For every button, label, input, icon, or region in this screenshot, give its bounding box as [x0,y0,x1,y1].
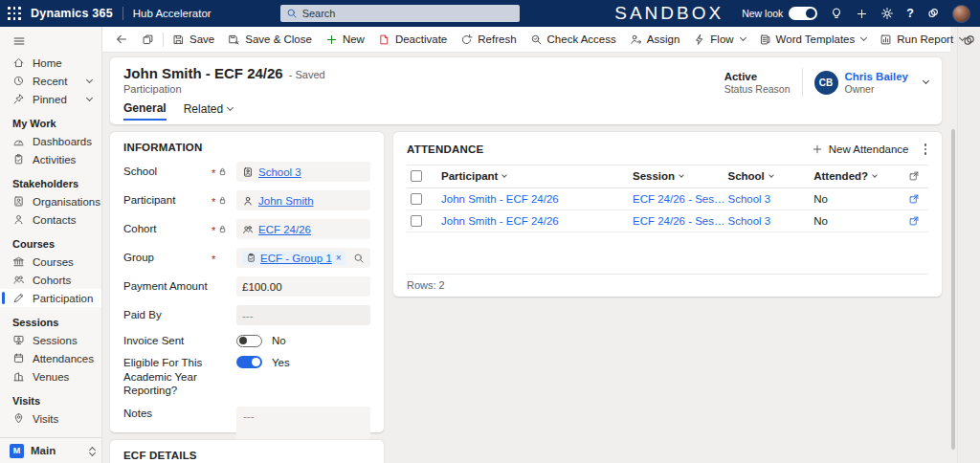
table-row[interactable]: John Smith - ECF 24/26 ECF 24/26 - Sessi… [407,210,928,232]
tab-related[interactable]: Related [184,101,233,121]
row-checkbox[interactable] [411,193,422,205]
flow-button[interactable]: Flow [686,30,751,50]
school-cell-link[interactable]: School 3 [727,193,813,205]
school-lookup-field[interactable]: School 3 [236,162,370,182]
sidebar-item-participation[interactable]: Participation [0,289,101,307]
more-commands-icon[interactable] [923,142,929,157]
word-templates-button[interactable]: Word Templates [752,30,874,50]
status-label: Status Reason [724,83,791,95]
participant-cell-link[interactable]: John Smith - ECF 24/26 [441,215,633,227]
paid-by-field[interactable]: --- [236,305,370,325]
sidebar-item-organisations[interactable]: Organisations [0,192,101,210]
group-tag[interactable]: ECF - Group 1 × [242,252,345,265]
session-cell-link[interactable]: ECF 24/26 - Session 1 [633,193,728,205]
tab-general[interactable]: General [123,101,167,121]
sidebar-item-courses[interactable]: Courses [0,253,101,271]
remove-tag-icon[interactable]: × [336,253,342,263]
sidebar-item-contacts[interactable]: Contacts [0,210,101,229]
copilot-icon[interactable] [926,7,940,20]
assign-button[interactable]: Assign [623,30,687,50]
chevron-down-icon [227,104,234,111]
app-title[interactable]: Dynamics 365 [31,7,113,20]
attendance-section: ATTENDANCE New Attendance [393,132,942,297]
user-avatar[interactable] [952,5,970,23]
lightbulb-icon[interactable] [830,7,843,20]
school-record-icon [242,166,254,178]
required-asterisk: * [212,254,215,265]
column-header-session[interactable]: Session [633,170,728,182]
lookup-search-icon[interactable] [353,253,365,264]
invoice-sent-toggle[interactable] [236,335,262,347]
column-header-participant[interactable]: Participant [441,170,633,182]
sidebar-item-pinned[interactable]: Pinned [0,90,101,108]
sort-chevron-icon [872,172,878,178]
cohort-lookup-field[interactable]: ECF 24/26 [236,219,370,239]
group-link[interactable]: ECF - Group 1 [260,253,332,264]
eligible-toggle[interactable] [236,356,262,368]
header-expand-chevron-icon[interactable] [923,77,929,84]
save-button[interactable]: Save [166,30,221,50]
settings-gear-icon[interactable] [880,7,894,20]
help-icon[interactable]: ? [906,7,914,20]
sidebar-item-activities[interactable]: Activities [0,150,101,168]
cohort-record-icon [242,224,254,235]
sidebar-item-visits[interactable]: Visits [0,409,101,428]
information-section: INFORMATION School * School 3 Participan… [110,132,384,432]
group-record-icon [246,253,256,263]
header-divider [802,68,803,97]
app-launcher-waffle-icon[interactable] [8,7,21,20]
sidebar-item-cohorts[interactable]: Cohorts [0,271,101,289]
chevron-down-icon [740,34,746,41]
owner-label: Owner [845,83,908,95]
new-button[interactable]: New [319,30,371,50]
school-cell-link[interactable]: School 3 [727,215,813,227]
scrollbar-thumb[interactable] [951,129,955,450]
owner-name-link[interactable]: Chris Bailey [845,71,908,82]
chevron-down-icon [86,76,93,82]
sidebar-item-sessions[interactable]: Sessions [0,331,101,349]
sidebar-group-my-work: My Work [12,118,101,129]
back-arrow-icon [115,33,128,46]
open-record-icon[interactable] [908,215,920,227]
participant-cell-link[interactable]: John Smith - ECF 24/26 [441,193,633,205]
global-search[interactable] [280,5,520,22]
check-access-button[interactable]: Check Access [523,30,623,50]
participant-lookup-field[interactable]: John Smith [236,190,370,210]
payment-amount-field[interactable]: £100.00 [236,276,370,297]
new-look-toggle[interactable] [789,7,817,20]
table-row[interactable]: John Smith - ECF 24/26 ECF 24/26 - Sessi… [407,188,928,210]
refresh-button[interactable]: Refresh [454,30,523,50]
open-record-icon[interactable] [908,193,920,205]
cohort-link[interactable]: ECF 24/26 [258,224,311,235]
sidebar-item-dashboards[interactable]: Dashboards [0,132,101,150]
row-checkbox[interactable] [411,215,422,227]
quick-create-plus-icon[interactable] [856,8,868,20]
group-lookup-field[interactable]: ECF - Group 1 × [236,248,370,268]
app-area-name[interactable]: Hub Accelerator [133,8,212,19]
sidebar-item-venues[interactable]: Venues [0,367,101,386]
sidebar-item-recent[interactable]: Recent [0,72,101,90]
save-and-close-button[interactable]: Save & Close [221,30,319,50]
school-link[interactable]: School 3 [258,166,301,178]
new-attendance-button[interactable]: New Attendance [812,143,909,155]
column-header-attended[interactable]: Attended? [813,170,900,182]
information-title: INFORMATION [123,142,370,153]
home-icon [12,56,25,69]
open-in-new-window-button[interactable] [135,30,161,50]
participant-link[interactable]: John Smith [258,195,314,207]
ecf-details-title: ECF DETAILS [123,450,370,461]
select-all-checkbox[interactable] [411,170,422,182]
back-button[interactable] [108,30,135,50]
search-input[interactable] [302,8,514,19]
owner-field[interactable]: CB Chris Bailey Owner [814,71,908,95]
sidebar-item-attendances[interactable]: Attendances [0,349,101,367]
sidebar-collapse-icon[interactable] [0,27,101,54]
area-switcher[interactable]: M Main [0,437,101,463]
assign-icon [630,33,642,46]
session-cell-link[interactable]: ECF 24/26 - Session 2 [633,215,728,227]
column-header-school[interactable]: School [727,170,813,182]
field-label-payment-amount: Payment Amount [123,279,212,293]
attended-cell: No [813,215,900,227]
sidebar-item-home[interactable]: Home [0,54,101,72]
deactivate-button[interactable]: Deactivate [371,30,454,50]
